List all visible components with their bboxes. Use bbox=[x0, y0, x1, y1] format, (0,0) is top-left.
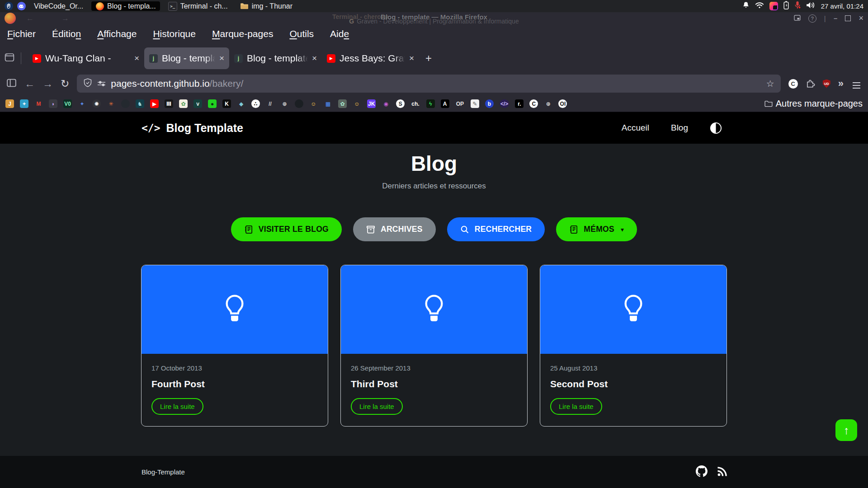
bookmark-favicon[interactable]: ♞ bbox=[136, 99, 144, 108]
menu-marque-pages[interactable]: Marque-pages bbox=[212, 28, 273, 39]
post-image-link[interactable] bbox=[540, 265, 726, 354]
bookmark-favicon[interactable]: ✿ bbox=[338, 99, 347, 108]
bookmark-favicon[interactable]: ⊕ bbox=[544, 99, 552, 108]
bookmark-favicon[interactable]: ch. bbox=[410, 99, 420, 108]
bookmark-favicon[interactable]: // bbox=[266, 99, 274, 108]
new-tab-button[interactable]: + bbox=[425, 52, 432, 65]
scroll-to-top-button[interactable]: ↑ bbox=[835, 419, 857, 441]
microphone-muted-icon[interactable] bbox=[794, 1, 801, 11]
battery-icon[interactable] bbox=[783, 1, 789, 11]
bookmark-favicon[interactable]: S bbox=[396, 99, 405, 108]
bookmark-favicon[interactable]: V0 bbox=[63, 99, 72, 108]
bookmark-favicon[interactable]: ◗ bbox=[49, 99, 57, 108]
github-icon[interactable] bbox=[696, 465, 708, 479]
bookmark-favicon[interactable]: ✎ bbox=[471, 99, 479, 108]
bookmark-favicon[interactable]: ☺ bbox=[353, 99, 361, 108]
clock[interactable]: 27 avril, 01:24 bbox=[821, 2, 863, 10]
firefox-view-icon[interactable] bbox=[5, 53, 14, 64]
tab-overview-icon[interactable] bbox=[794, 14, 801, 22]
forward-button[interactable]: → bbox=[42, 79, 53, 89]
bookmark-favicon[interactable]: ✳ bbox=[107, 99, 115, 108]
tab-blog-template-active[interactable]: j Blog - template × bbox=[144, 47, 229, 69]
tab-close-icon[interactable]: × bbox=[409, 53, 414, 63]
bookmark-favicon[interactable]: K bbox=[222, 99, 231, 108]
bookmark-favicon[interactable]: ∴ bbox=[251, 99, 260, 108]
bookmark-favicon[interactable]: J bbox=[5, 99, 14, 108]
memos-dropdown-button[interactable]: MÉMOS ▾ bbox=[556, 217, 637, 241]
extension-c-icon[interactable]: C bbox=[788, 79, 798, 89]
hand-app-icon[interactable] bbox=[5, 2, 13, 10]
minimize-button[interactable]: − bbox=[834, 14, 838, 22]
read-more-button[interactable]: Lire la suite bbox=[550, 398, 602, 415]
bookmark-favicon[interactable]: ☺ bbox=[309, 99, 318, 108]
extensions-puzzle-icon[interactable] bbox=[806, 78, 815, 89]
post-image-link[interactable] bbox=[341, 265, 527, 354]
taskbar-window-firefox[interactable]: Blog - templa... bbox=[91, 1, 160, 11]
hamburger-menu-icon[interactable] bbox=[851, 80, 862, 88]
taskbar-window-discord[interactable]: VibeCode_Or... bbox=[30, 2, 87, 11]
nav-link-blog[interactable]: Blog bbox=[671, 123, 688, 133]
bookmark-favicon[interactable]: OI bbox=[558, 99, 567, 108]
bookmark-favicon[interactable]: C bbox=[529, 99, 538, 108]
tab-close-icon[interactable]: × bbox=[134, 53, 139, 63]
bookmark-favicon[interactable]: v bbox=[193, 99, 202, 108]
visit-blog-button[interactable]: VISITER LE BLOG bbox=[231, 217, 342, 241]
archives-button[interactable]: ARCHIVES bbox=[353, 217, 436, 241]
reload-button[interactable]: ↻ bbox=[61, 79, 69, 89]
bookmark-star-icon[interactable]: ☆ bbox=[766, 78, 774, 89]
bookmark-favicon[interactable]: A bbox=[441, 99, 449, 108]
wifi-icon[interactable] bbox=[755, 2, 764, 10]
help-button[interactable]: ? bbox=[808, 14, 816, 23]
tab-wu-tang-clan[interactable]: ▶ Wu-Tang Clan - × bbox=[28, 47, 144, 69]
menu-outils[interactable]: Outils bbox=[289, 28, 314, 39]
back-button[interactable]: ← bbox=[24, 79, 35, 89]
permissions-sliders-icon[interactable] bbox=[97, 78, 106, 89]
menu-historique[interactable]: Historique bbox=[153, 28, 196, 39]
ublock-shield-icon[interactable]: UD bbox=[823, 80, 830, 88]
bookmark-favicon[interactable] bbox=[121, 99, 130, 108]
bookmark-favicon[interactable]: </> bbox=[500, 99, 509, 108]
tab-close-icon[interactable]: × bbox=[312, 53, 317, 63]
bookmark-favicon[interactable]: Ⅲ bbox=[165, 99, 173, 108]
bookmark-favicon[interactable]: ✿ bbox=[179, 99, 188, 108]
url-bar[interactable]: pages-content.github.io/bakery/ ☆ bbox=[77, 75, 780, 93]
read-more-button[interactable]: Lire la suite bbox=[151, 398, 203, 415]
bookmark-favicon[interactable] bbox=[295, 99, 303, 108]
discord-icon[interactable] bbox=[17, 2, 26, 10]
sidebar-icon[interactable] bbox=[6, 78, 17, 90]
close-window-button[interactable]: × bbox=[859, 14, 863, 23]
rss-icon[interactable] bbox=[717, 466, 728, 479]
menu-fichier[interactable]: Fichier bbox=[7, 28, 36, 39]
notifications-bell-icon[interactable] bbox=[742, 1, 750, 11]
bookmark-favicon[interactable]: r. bbox=[515, 99, 524, 108]
shield-icon[interactable] bbox=[83, 78, 92, 89]
menu-aide[interactable]: Aide bbox=[330, 28, 349, 39]
bookmark-favicon[interactable]: ▶ bbox=[150, 99, 159, 108]
gradient-app-tray-icon[interactable] bbox=[769, 2, 778, 10]
overflow-chevrons-icon[interactable]: » bbox=[838, 78, 844, 89]
taskbar-window-thunar[interactable]: img - Thunar bbox=[236, 1, 297, 11]
nav-link-accueil[interactable]: Accueil bbox=[622, 123, 649, 133]
bookmark-favicon[interactable]: JK bbox=[367, 99, 376, 108]
tab-blog-template-2[interactable]: j Blog - template × bbox=[229, 47, 322, 69]
menu-affichage[interactable]: Affichage bbox=[97, 28, 137, 39]
theme-toggle-icon[interactable] bbox=[710, 122, 722, 134]
bookmark-favicon[interactable]: b bbox=[485, 99, 494, 108]
bookmark-favicon[interactable]: ✺ bbox=[92, 99, 101, 108]
bookmark-favicon[interactable]: ◆ bbox=[237, 99, 245, 108]
bookmark-favicon[interactable]: ✦ bbox=[78, 99, 86, 108]
bookmark-favicon[interactable]: OP bbox=[455, 99, 465, 108]
bookmark-favicon[interactable]: ✦ bbox=[20, 99, 28, 108]
tab-jess-bays[interactable]: ▶ Jess Bays: Graf × bbox=[322, 47, 419, 69]
site-brand[interactable]: </> Blog Template bbox=[142, 122, 243, 135]
menu-edition[interactable]: Édition bbox=[52, 28, 81, 39]
bookmark-favicon[interactable]: ϟ bbox=[426, 99, 435, 108]
bookmark-favicon[interactable]: ● bbox=[208, 99, 217, 108]
restore-button[interactable] bbox=[845, 15, 851, 21]
search-button[interactable]: RECHERCHER bbox=[447, 217, 545, 241]
bookmark-favicon[interactable]: ⊕ bbox=[280, 99, 289, 108]
bookmark-favicon[interactable]: M bbox=[34, 99, 43, 108]
volume-icon[interactable] bbox=[806, 1, 816, 11]
read-more-button[interactable]: Lire la suite bbox=[351, 398, 403, 415]
tab-close-icon[interactable]: × bbox=[219, 53, 224, 63]
